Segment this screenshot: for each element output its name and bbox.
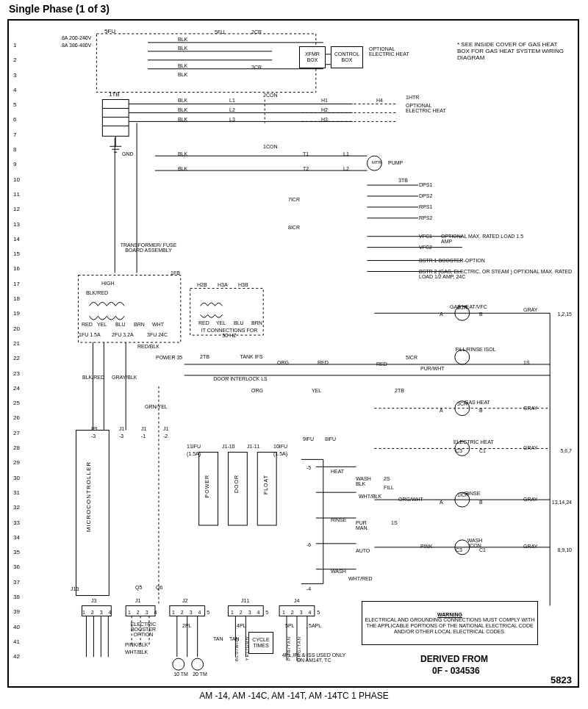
j1-2n: -1 <box>141 433 146 439</box>
isol: 1S <box>523 360 530 365</box>
t1: T1 <box>303 151 309 156</box>
rownum: 7 <box>13 128 20 143</box>
j11c: 1 2 3 4 5 <box>231 610 270 615</box>
rownum: 32 <box>13 500 20 515</box>
blk-1: BLK <box>178 37 187 42</box>
j3: J3 <box>91 598 96 603</box>
eh-c1: C1 <box>479 448 486 453</box>
rownum: 34 <box>13 530 20 545</box>
r-b: B <box>479 500 483 505</box>
gray-3: GRAY <box>523 445 537 450</box>
blk-l3: BLK <box>178 117 187 122</box>
rownum: 35 <box>13 545 20 560</box>
pink-blk: PINK/BLK <box>125 642 148 647</box>
pl5: 5PL <box>285 623 294 628</box>
tank-ifs: TANK IFS <box>237 354 266 359</box>
rownum: 27 <box>13 426 20 441</box>
ifu9: 9IFU <box>303 436 314 442</box>
cycle-times: CYCLE TIMES <box>248 632 273 654</box>
wht-tx: WHT <box>152 322 164 327</box>
door-interlock: DOOR INTERLOCK LS <box>207 376 273 381</box>
cr2: 2CR <box>251 29 262 35</box>
ifu15: 1FU 1.5A <box>79 332 101 337</box>
bstr1: BSTR 1 BOOSTER-OPTION <box>419 258 566 263</box>
tb3: 3TB <box>398 178 408 183</box>
rownum: 1 <box>13 38 20 53</box>
wht-red: WHT/RED <box>348 576 373 581</box>
blu-it: BLU <box>234 320 244 325</box>
svg-rect-9 <box>102 100 129 137</box>
tb1: 1TB <box>109 91 120 98</box>
fb1: 1FB <box>171 270 180 276</box>
htr1: 1HTR <box>406 95 419 100</box>
rownum: 17 <box>13 277 20 292</box>
j111: J1-11 <box>247 444 260 449</box>
vfc2: VFC2 <box>419 245 432 250</box>
rownum: 5 <box>13 98 20 112</box>
row38-right: 8,9,10 <box>558 547 572 553</box>
blk-l2: BLK <box>178 107 187 112</box>
rownum: 30 <box>13 471 20 486</box>
svg-point-77 <box>192 658 204 670</box>
blk-red-drop: BLK/RED <box>82 375 104 380</box>
h3a: H3A <box>218 282 228 287</box>
schematic-svg <box>9 21 578 686</box>
gray-5: GRAY <box>523 544 537 549</box>
rownum: 29 <box>13 456 20 470</box>
gh-a: A <box>440 408 443 413</box>
con1: 1CON <box>263 144 277 149</box>
rownum: 20 <box>13 322 20 336</box>
gh-3cr: 3CR <box>457 401 467 406</box>
h3: H3 <box>321 117 328 122</box>
it-conn-label: IT CONNECTIONS FOR 50 HZ <box>200 328 259 338</box>
j1-1n: -3 <box>119 433 123 439</box>
fuse-5fu-a: .8A 200-240V <box>60 35 91 40</box>
page: Single Phase (1 of 3) <box>0 0 588 709</box>
ifu11a: (1.5A) <box>187 451 201 456</box>
rownum: 10 <box>13 173 20 187</box>
w-c1: C1 <box>479 547 486 553</box>
w-c3: C3 <box>456 547 462 553</box>
con2: 2CON <box>263 93 277 98</box>
pl2: 2PL <box>182 623 191 628</box>
power35: POWER 35 <box>156 355 182 360</box>
yel-grn: YEL/GRN <box>245 636 249 661</box>
elec-heat: ELECTRIC HEAT <box>453 439 494 445</box>
fuse-5fu-b: .8A 380-480V <box>60 43 91 48</box>
r21-b: B <box>479 312 483 317</box>
rownum: 36 <box>13 560 20 575</box>
pl5a: 5APL <box>309 623 321 628</box>
rownum: 13 <box>13 217 20 232</box>
j1-3: J1 <box>163 426 168 431</box>
r-a: A <box>440 500 443 505</box>
fill: FILL <box>384 485 394 490</box>
j1c: 1 2 3 4 <box>128 610 159 615</box>
dps1: DPS1 <box>419 182 432 187</box>
rownum: 38 <box>13 590 20 605</box>
xfmr-box: XFMR BOX <box>299 46 326 68</box>
schematic-frame: 1 2 3 4 5 6 7 8 9 10 11 12 13 14 15 16 1… <box>7 19 579 688</box>
blk-4: BLK <box>178 72 187 77</box>
wht-blk: WHT/BLK <box>125 649 148 655</box>
t2: T2 <box>303 166 309 171</box>
gas-heat: GAS HEAT <box>465 400 490 405</box>
j1-1: J1 <box>119 426 124 431</box>
h1: H1 <box>321 98 328 103</box>
q6: Q6 <box>156 585 162 590</box>
elec-booster: ELECTRIC BOOSTER OPTION <box>125 622 162 637</box>
pl4-note: 4PL,IPL & ISS USED ONLY ON AM14T, TC <box>281 652 347 663</box>
rownum: 26 <box>13 411 20 425</box>
warning-title: WARNING <box>437 612 462 618</box>
icr8: 8ICR <box>288 225 300 230</box>
rownum: 41 <box>13 635 20 649</box>
heat: HEAT <box>331 469 344 474</box>
blk-wht: WHT/BLK <box>359 494 381 499</box>
rownum: 21 <box>13 336 20 351</box>
r21-a: A <box>440 312 443 317</box>
rownum: 23 <box>13 367 20 381</box>
gray-2: GRAY <box>523 406 537 411</box>
auto: AUTO <box>356 548 370 553</box>
j1-3n: -2 <box>163 433 168 439</box>
caption: AM -14, AM -14C, AM -14T, AM -14TC 1 PHA… <box>0 691 588 701</box>
rownum: 16 <box>13 262 20 276</box>
